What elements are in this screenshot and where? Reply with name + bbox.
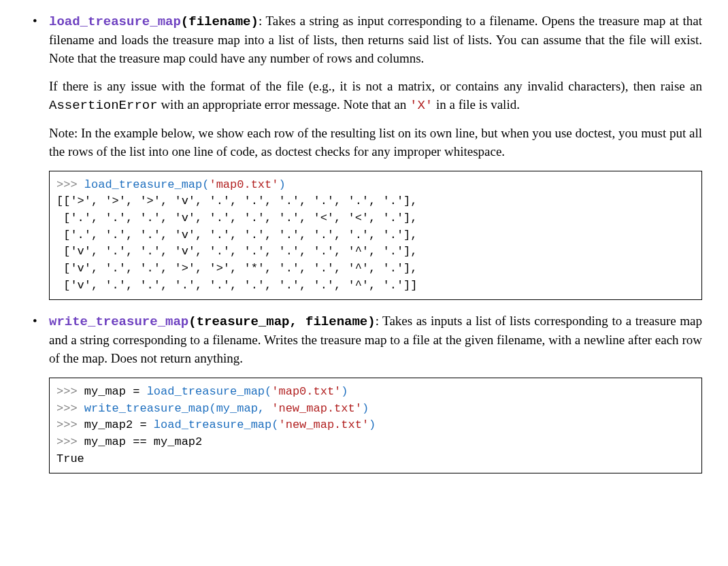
repl-l1-func: load_treasure_map( [147,385,272,398]
para-write-intro: write_treasure_map(treasure_map, filenam… [49,312,702,368]
code-x-literal: 'X' [410,98,433,113]
para-load-intro: load_treasure_map(filename): Takes a str… [49,12,702,68]
repl-l1-pre: my_map = [84,385,147,398]
func-item-write-treasure-map: write_treasure_map(treasure_map, filenam… [26,312,702,473]
repl-call-func: load_treasure_map( [84,178,210,191]
repl-l2-func: write_treasure_map(my_map, [84,402,271,415]
repl-l3-arg: 'new_map.txt' [278,418,369,431]
function-list: load_treasure_map(filename): Takes a str… [26,12,702,473]
repl-prompt: >>> [56,385,84,398]
para-load-errors: If there is any issue with the format of… [49,78,702,115]
repl-prompt: >>> [56,178,84,191]
repl-l3-pre: my_map2 = [84,418,154,431]
repl-l5-text: True [56,452,84,465]
text-load-err-a: If there is any issue with the format of… [49,79,702,93]
func-name-load: load_treasure_map [49,14,181,29]
repl-l2-arg: 'new_map.txt' [271,402,362,415]
text-load-err-b: with an appropriate error message. Note … [158,97,410,112]
func-sig-write: (treasure_map, filename) [188,314,375,329]
codebox-write-example: >>> my_map = load_treasure_map('map0.txt… [49,378,702,473]
text-load-err-c: in a file is valid. [433,97,520,112]
repl-l3-func: load_treasure_map( [154,418,279,431]
repl-call-arg: 'map0.txt' [209,178,278,191]
repl-prompt: >>> [56,402,84,415]
func-item-load-treasure-map: load_treasure_map(filename): Takes a str… [26,12,702,300]
document-page: load_treasure_map(filename): Takes a str… [0,0,728,499]
code-assertion-error: AssertionError [49,98,158,113]
codebox-load-example: >>> load_treasure_map('map0.txt') [['>',… [49,171,702,300]
repl-l1-close: ) [341,385,348,398]
func-name-write: write_treasure_map [49,314,188,329]
repl-call-close: ) [278,178,285,191]
repl-l2-close: ) [362,402,369,415]
text-load-note: Note: In the example below, we show each… [49,126,702,159]
func-sig-load: (filename) [181,14,259,29]
para-load-note: Note: In the example below, we show each… [49,124,702,161]
repl-l3-close: ) [369,418,376,431]
repl-prompt: >>> [56,418,84,431]
repl-prompt: >>> [56,435,84,448]
repl-l1-arg: 'map0.txt' [271,385,341,398]
repl-output: [['>', '>', '>', 'v', '.', '.', '.', '.'… [56,195,418,291]
repl-l4-text: my_map == my_map2 [84,435,202,448]
